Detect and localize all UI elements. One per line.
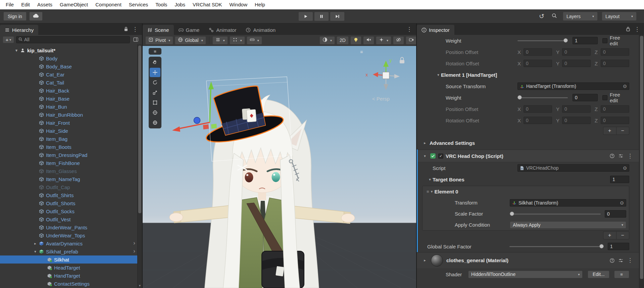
scene-viewport[interactable]: y x < Persp ≡ ≡ (143, 46, 416, 288)
step-button[interactable] (330, 12, 345, 21)
collapse-arrow-icon[interactable]: ▾ (32, 249, 38, 254)
hierarchy-item-Silkhat_prefab[interactable]: ▾Silkhat_prefab› (0, 247, 137, 255)
pos-y-field[interactable]: 0 (562, 105, 591, 113)
tab-game[interactable]: Game (174, 25, 204, 35)
draw-mode-dropdown[interactable]: ▾ (319, 36, 335, 45)
tab-hierarchy[interactable]: Hierarchy (0, 25, 38, 35)
material-header[interactable]: ▸ clothes_general (Material) ⋮ (417, 252, 639, 268)
shader-dropdown[interactable]: Hidden/lilToonOutline ▾ (468, 271, 583, 278)
hierarchy-item-kip_tailsuit*[interactable]: ▾kip_tailsuit* (0, 46, 137, 54)
kebab-menu-icon[interactable]: ⋮ (627, 153, 633, 160)
global-scale-slider[interactable] (509, 243, 604, 250)
tab-inspector[interactable]: Inspector (417, 25, 454, 35)
tab-animator[interactable]: Animator (204, 25, 241, 35)
component-header[interactable]: ▾ ✓ VRC Head Chop (Script) ⋮ (417, 150, 639, 162)
scroll-down-icon[interactable]: ▾ (138, 284, 142, 287)
hierarchy-item-Hair_BunRibbon[interactable]: Hair_BunRibbon (0, 111, 137, 119)
hierarchy-item-Hair_Front[interactable]: Hair_Front (0, 119, 137, 127)
open-prefab-chevron[interactable]: › (133, 240, 135, 246)
hierarchy-item-HeadTarget[interactable]: HeadTarget (0, 264, 137, 272)
orientation-gizmo[interactable]: y x < Persp (365, 57, 404, 102)
presets-icon[interactable] (618, 258, 623, 263)
object-picker-icon[interactable]: ⊙ (623, 83, 627, 89)
hierarchy-item-Outfit_Socks[interactable]: Outfit_Socks (0, 207, 137, 215)
drag-handle-icon[interactable]: ≡ (427, 189, 429, 194)
lock-icon[interactable] (626, 26, 630, 33)
pos-x-field[interactable]: 0 (524, 105, 552, 113)
overlay-drag-handle-icon[interactable]: ≡ (360, 49, 363, 55)
hierarchy-search-input[interactable]: All (16, 36, 130, 43)
pos-y-field[interactable]: 0 (562, 48, 591, 56)
remove-element-button[interactable]: − (616, 127, 629, 134)
collapse-arrow-icon[interactable]: ▾ (429, 189, 435, 194)
move-gizmo[interactable] (172, 81, 217, 132)
search-everywhere-icon[interactable] (550, 12, 559, 21)
scale-factor-field[interactable]: 0 (605, 210, 626, 218)
menu-item[interactable]: Help (251, 0, 269, 9)
move-tool-button[interactable] (150, 68, 160, 77)
rotate-tool-button[interactable] (150, 78, 160, 87)
hierarchy-item-UnderWear_Pants[interactable]: UnderWear_Pants (0, 223, 137, 231)
hierarchy-item-Item_FishBone[interactable]: Item_FishBone (0, 159, 137, 167)
expand-arrow-icon[interactable]: ▸ (32, 241, 38, 246)
hierarchy-item-Body_Base[interactable]: Body_Base (0, 62, 137, 70)
overlay-drag-handle-icon[interactable]: ≡ (149, 48, 161, 55)
kebab-menu-icon[interactable]: ⋮ (634, 26, 640, 33)
object-picker-icon[interactable]: ⊙ (623, 165, 627, 171)
snap-increment-dropdown[interactable]: ▾ (230, 36, 245, 45)
hierarchy-item-Body[interactable]: Body (0, 54, 137, 62)
help-icon[interactable] (610, 154, 614, 158)
hierarchy-item-Hair_Back[interactable]: Hair_Back (0, 87, 137, 95)
undo-history-icon[interactable]: ↺ (537, 12, 546, 21)
hierarchy-item-Hair_Side[interactable]: Hair_Side (0, 127, 137, 135)
split-pane-icon[interactable] (132, 37, 139, 42)
measure-dropdown[interactable]: ▾ (247, 36, 262, 45)
pivot-dropdown[interactable]: Pivot ▾ (145, 36, 173, 45)
persp-toggle-icon[interactable]: < (372, 96, 375, 102)
2d-toggle-button[interactable]: 2D (337, 36, 349, 45)
transform-tool-button[interactable] (150, 108, 160, 117)
grid-snap-dropdown[interactable]: ▾ (212, 36, 228, 45)
effects-dropdown[interactable]: ▾ (376, 36, 391, 45)
scale-factor-slider[interactable] (510, 210, 601, 218)
free-edit-checkbox[interactable] (602, 95, 607, 100)
camera-settings-button[interactable] (406, 36, 416, 45)
layout-dropdown[interactable]: Layout▾ (602, 12, 637, 21)
play-button[interactable] (298, 12, 313, 21)
lighting-toggle-button[interactable] (350, 36, 361, 45)
pos-x-field[interactable]: 0 (524, 48, 552, 56)
collapse-arrow-icon[interactable]: ▾ (436, 73, 441, 77)
advanced-settings-foldout[interactable]: ▸ Advanced Settings (417, 136, 639, 150)
global-scale-field[interactable]: 1 (608, 243, 629, 250)
menu-item[interactable]: File (2, 0, 17, 9)
collapse-arrow-icon[interactable]: ▾ (427, 177, 433, 182)
scale-tool-button[interactable] (150, 88, 160, 97)
sign-in-button[interactable]: Sign in (3, 12, 27, 21)
hierarchy-item-Hair_Base[interactable]: Hair_Base (0, 95, 137, 103)
weight-slider[interactable] (517, 37, 568, 44)
menu-item[interactable]: Window (226, 0, 251, 9)
rot-y-field[interactable]: 0 (562, 117, 591, 124)
shader-edit-button[interactable]: Edit... (588, 271, 609, 278)
hierarchy-item-Cat_Tail[interactable]: Cat_Tail (0, 78, 137, 87)
create-object-button[interactable]: +▾ (3, 36, 14, 43)
kebab-menu-icon[interactable]: ⋮ (627, 257, 633, 264)
target-bones-foldout[interactable]: ▾ Target Bones 1 (417, 174, 639, 185)
rect-tool-button[interactable] (150, 98, 160, 107)
lock-icon[interactable] (124, 26, 128, 33)
rot-x-field[interactable]: 0 (524, 117, 552, 124)
hierarchy-item-Silkhat[interactable]: Silkhat (0, 255, 137, 264)
hierarchy-item-UnderWear_Tops[interactable]: UnderWear_Tops (0, 231, 137, 239)
menu-item[interactable]: Component (92, 0, 125, 9)
element0-foldout[interactable]: ≡ ▾ Element 0 (423, 186, 629, 197)
hierarchy-item-Item_DressingPad[interactable]: Item_DressingPad (0, 151, 137, 159)
weight-slider[interactable] (517, 94, 568, 101)
audio-mute-button[interactable] (363, 36, 374, 45)
target-bones-size-field[interactable]: 1 (610, 176, 629, 183)
object-picker-icon[interactable]: ⊙ (620, 200, 624, 206)
open-prefab-chevron[interactable]: › (133, 248, 135, 254)
menu-item[interactable]: GameObject (56, 0, 92, 9)
transform-field[interactable]: Silkhat (Transform) ⊙ (510, 199, 626, 207)
hierarchy-item-AvatarDynamics[interactable]: ▸AvatarDynamics› (0, 239, 137, 247)
hierarchy-item-Outfit_Shirts[interactable]: Outfit_Shirts (0, 191, 137, 199)
